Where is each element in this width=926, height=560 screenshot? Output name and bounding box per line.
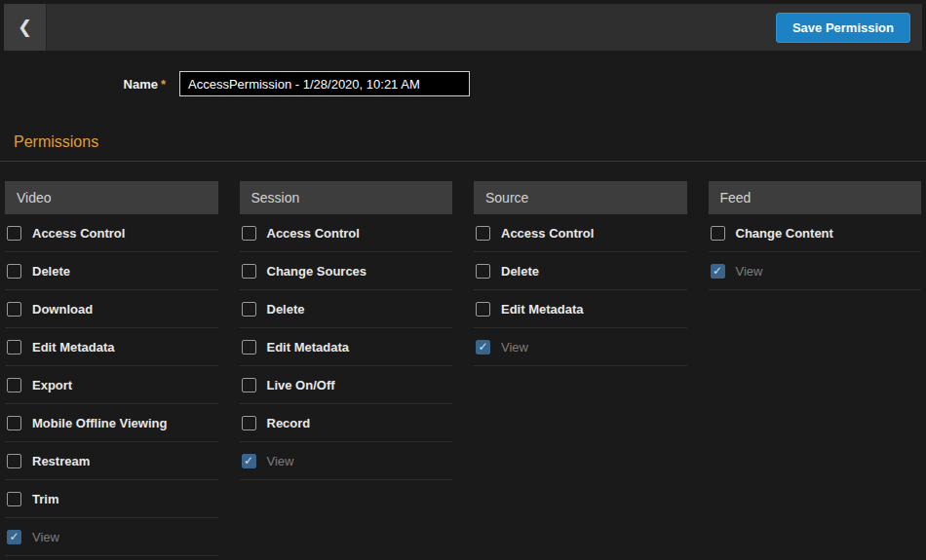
checkbox-unchecked-icon[interactable] bbox=[476, 264, 490, 279]
checkbox-unchecked-icon[interactable] bbox=[476, 302, 490, 317]
permission-label[interactable]: Access Control bbox=[32, 226, 125, 241]
group-header: Session bbox=[240, 181, 453, 214]
permission-group-source: SourceAccess ControlDeleteEdit Metadata✓… bbox=[474, 181, 687, 556]
permission-label[interactable]: Mobile Offline Viewing bbox=[32, 416, 167, 430]
checkbox-unchecked-icon[interactable] bbox=[7, 416, 21, 430]
permission-row[interactable]: Access Control bbox=[5, 214, 218, 252]
permission-label[interactable]: Delete bbox=[32, 264, 70, 279]
chevron-left-icon: ❮ bbox=[18, 17, 32, 38]
permission-label[interactable]: Edit Metadata bbox=[501, 302, 584, 317]
checkbox-unchecked-icon[interactable] bbox=[242, 264, 256, 279]
permission-row[interactable]: ✓View bbox=[474, 328, 687, 366]
checkbox-checked-icon[interactable]: ✓ bbox=[7, 530, 21, 544]
permission-row[interactable]: Live On/Off bbox=[240, 366, 453, 404]
checkbox-checked-icon[interactable]: ✓ bbox=[711, 264, 725, 279]
permission-label[interactable]: Change Content bbox=[736, 226, 833, 241]
permission-row[interactable]: Access Control bbox=[474, 214, 687, 252]
checkbox-unchecked-icon[interactable] bbox=[242, 416, 256, 430]
checkbox-unchecked-icon[interactable] bbox=[7, 378, 21, 392]
save-permission-button[interactable]: Save Permission bbox=[776, 13, 910, 43]
checkbox-unchecked-icon[interactable] bbox=[7, 226, 21, 241]
checkbox-unchecked-icon[interactable] bbox=[7, 492, 21, 506]
checkbox-unchecked-icon[interactable] bbox=[7, 454, 21, 468]
checkbox-checked-icon[interactable]: ✓ bbox=[242, 454, 256, 468]
permission-row[interactable]: Export bbox=[5, 366, 218, 404]
permission-row[interactable]: Edit Metadata bbox=[5, 328, 218, 366]
name-label-text: Name bbox=[124, 77, 158, 92]
permission-label[interactable]: Edit Metadata bbox=[32, 340, 115, 355]
permission-row[interactable]: Restream bbox=[5, 442, 218, 480]
permission-label[interactable]: View bbox=[267, 454, 294, 468]
permission-row[interactable]: Record bbox=[240, 404, 453, 442]
checkbox-unchecked-icon[interactable] bbox=[242, 340, 256, 355]
top-bar: ❮ Save Permission bbox=[4, 4, 922, 51]
permission-row[interactable]: Change Sources bbox=[240, 252, 453, 290]
permission-label[interactable]: Download bbox=[32, 302, 93, 317]
permission-label[interactable]: Change Sources bbox=[267, 264, 367, 279]
permission-row[interactable]: Edit Metadata bbox=[474, 290, 687, 328]
checkbox-checked-icon[interactable]: ✓ bbox=[476, 340, 490, 355]
permission-label[interactable]: View bbox=[736, 264, 763, 279]
permission-groups: VideoAccess ControlDeleteDownloadEdit Me… bbox=[0, 162, 926, 556]
permission-row[interactable]: Delete bbox=[240, 290, 453, 328]
permission-label[interactable]: View bbox=[32, 530, 59, 544]
permission-row[interactable]: Download bbox=[5, 290, 218, 328]
name-field-label: Name* bbox=[0, 77, 166, 92]
checkbox-unchecked-icon[interactable] bbox=[7, 302, 21, 317]
checkbox-unchecked-icon[interactable] bbox=[7, 340, 21, 355]
checkbox-unchecked-icon[interactable] bbox=[242, 378, 256, 392]
required-asterisk: * bbox=[161, 77, 166, 92]
permission-row[interactable]: Edit Metadata bbox=[240, 328, 453, 366]
back-button[interactable]: ❮ bbox=[4, 4, 47, 51]
permission-label[interactable]: Trim bbox=[32, 492, 58, 506]
checkbox-unchecked-icon[interactable] bbox=[242, 226, 256, 241]
checkbox-unchecked-icon[interactable] bbox=[476, 226, 490, 241]
checkbox-unchecked-icon[interactable] bbox=[7, 264, 21, 279]
permission-row[interactable]: Delete bbox=[474, 252, 687, 290]
group-header: Video bbox=[5, 181, 218, 214]
permission-label[interactable]: Restream bbox=[32, 454, 90, 468]
permissions-heading: Permissions bbox=[14, 133, 926, 151]
permission-row[interactable]: ✓View bbox=[240, 442, 453, 480]
permission-label[interactable]: Export bbox=[32, 378, 72, 392]
permission-row[interactable]: Change Content bbox=[709, 214, 922, 252]
permission-row[interactable]: Trim bbox=[5, 480, 218, 518]
permission-row[interactable]: Access Control bbox=[240, 214, 453, 252]
permission-label[interactable]: Access Control bbox=[501, 226, 594, 241]
permission-group-session: SessionAccess ControlChange SourcesDelet… bbox=[240, 181, 453, 556]
permission-row[interactable]: Mobile Offline Viewing bbox=[5, 404, 218, 442]
permission-label[interactable]: Edit Metadata bbox=[267, 340, 350, 355]
checkbox-unchecked-icon[interactable] bbox=[242, 302, 256, 317]
group-header: Feed bbox=[709, 181, 922, 214]
permission-label[interactable]: Record bbox=[267, 416, 311, 430]
permission-label[interactable]: View bbox=[501, 340, 528, 355]
permission-label[interactable]: Delete bbox=[267, 302, 305, 317]
permission-label[interactable]: Delete bbox=[501, 264, 539, 279]
permission-label[interactable]: Access Control bbox=[267, 226, 360, 241]
permission-row[interactable]: ✓View bbox=[5, 518, 218, 556]
name-form-row: Name* bbox=[0, 71, 926, 96]
group-header: Source bbox=[474, 181, 687, 214]
permission-row[interactable]: ✓View bbox=[709, 252, 922, 290]
checkbox-unchecked-icon[interactable] bbox=[711, 226, 725, 241]
permission-group-feed: FeedChange Content✓View bbox=[709, 181, 922, 556]
permission-group-video: VideoAccess ControlDeleteDownloadEdit Me… bbox=[5, 181, 218, 556]
permission-label[interactable]: Live On/Off bbox=[267, 378, 335, 392]
permission-row[interactable]: Delete bbox=[5, 252, 218, 290]
name-input[interactable] bbox=[179, 71, 470, 96]
